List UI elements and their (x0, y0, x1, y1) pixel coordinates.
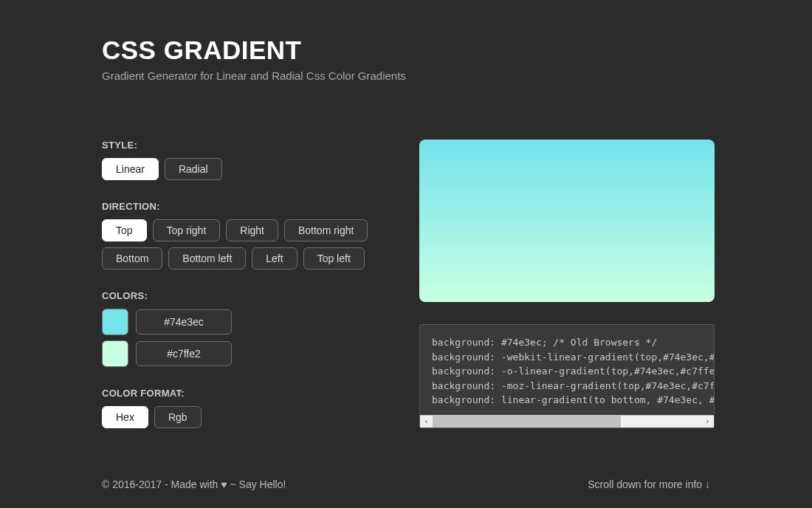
scroll-thumb[interactable] (433, 416, 621, 428)
horizontal-scrollbar[interactable]: ‹ › (420, 415, 714, 428)
color-row-1: #74e3ec (102, 309, 390, 335)
gradient-preview (419, 140, 715, 302)
direction-bottom-button[interactable]: Bottom (102, 247, 162, 270)
direction-top-left-button[interactable]: Top left (303, 247, 365, 270)
scroll-left-button[interactable]: ‹ (420, 415, 433, 428)
footer-left[interactable]: © 2016-2017 - Made with ♥ ~ Say Hello! (102, 478, 286, 490)
style-label: STYLE: (102, 140, 390, 151)
direction-top-right-button[interactable]: Top right (153, 219, 221, 241)
code-output: background: #74e3ec; /* Old Browsers */ … (419, 324, 715, 428)
format-options: Hex Rgb (102, 406, 390, 428)
scroll-right-button[interactable]: › (701, 415, 714, 428)
page-title: CSS GRADIENT (102, 35, 812, 65)
format-hex-button[interactable]: Hex (102, 406, 148, 428)
style-linear-button[interactable]: Linear (102, 158, 159, 180)
color-input-2[interactable]: #c7ffe2 (136, 341, 232, 366)
direction-left-button[interactable]: Left (252, 247, 297, 270)
format-rgb-button[interactable]: Rgb (154, 406, 202, 428)
style-options: Linear Radial (102, 158, 390, 180)
direction-label: DIRECTION: (102, 201, 390, 212)
format-label: COLOR FORMAT: (102, 388, 390, 399)
page-subtitle: Gradient Generator for Linear and Radial… (102, 69, 812, 82)
style-radial-button[interactable]: Radial (165, 158, 222, 180)
colors-label: COLORS: (102, 290, 390, 301)
scroll-track[interactable] (433, 416, 701, 428)
code-text[interactable]: background: #74e3ec; /* Old Browsers */ … (420, 325, 714, 415)
direction-right-button[interactable]: Right (226, 219, 278, 241)
direction-bottom-right-button[interactable]: Bottom right (284, 219, 368, 241)
color-input-1[interactable]: #74e3ec (136, 309, 232, 334)
direction-options: Top Top right Right Bottom right Bottom … (102, 219, 390, 270)
direction-bottom-left-button[interactable]: Bottom left (168, 247, 246, 270)
footer: © 2016-2017 - Made with ♥ ~ Say Hello! S… (102, 478, 710, 490)
direction-top-button[interactable]: Top (102, 219, 147, 241)
color-row-2: #c7ffe2 (102, 340, 390, 367)
color-swatch-2[interactable] (102, 340, 128, 367)
footer-right[interactable]: Scroll down for more info ↓ (588, 478, 710, 490)
color-swatch-1[interactable] (102, 309, 128, 335)
